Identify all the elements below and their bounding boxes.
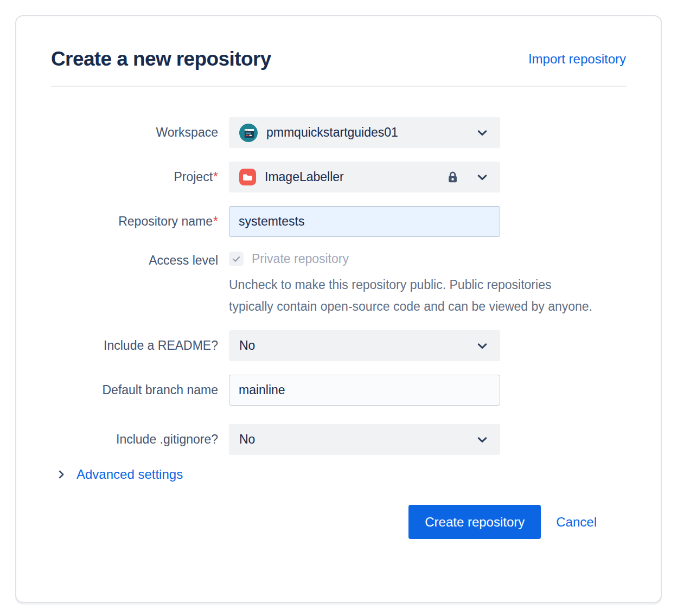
gitignore-select[interactable]: No — [229, 424, 500, 455]
cancel-button[interactable]: Cancel — [550, 515, 603, 530]
required-asterisk: * — [213, 170, 218, 184]
private-repository-option: Private repository — [229, 251, 500, 266]
dialog-header: Create a new repository Import repositor… — [51, 48, 626, 70]
repository-name-label: Repository name* — [51, 213, 218, 230]
advanced-settings-toggle[interactable]: Advanced settings — [55, 467, 183, 482]
advanced-settings-label: Advanced settings — [76, 467, 183, 482]
default-branch-label: Default branch name — [51, 382, 218, 399]
create-repository-dialog: Create a new repository Import repositor… — [15, 15, 662, 603]
field-row-readme: Include a README? No — [51, 330, 626, 361]
readme-select[interactable]: No — [229, 330, 500, 361]
private-repository-checkbox[interactable] — [229, 252, 244, 266]
workspace-label: Workspace — [51, 124, 218, 141]
create-repository-form: Workspace pmmquickstartguides01 — [51, 117, 626, 482]
workspace-avatar-icon — [239, 124, 258, 142]
field-row-project: Project* ImageLabeller — [51, 162, 626, 193]
readme-label: Include a README? — [51, 337, 218, 354]
chevron-down-icon — [475, 432, 490, 447]
gitignore-value: No — [239, 432, 466, 447]
field-row-workspace: Workspace pmmquickstartguides01 — [51, 117, 626, 148]
chevron-down-icon — [475, 338, 490, 354]
chevron-down-icon — [475, 170, 490, 185]
workspace-select[interactable]: pmmquickstartguides01 — [229, 117, 500, 148]
project-label: Project* — [51, 169, 218, 185]
dialog-footer: Create repository Cancel — [51, 505, 626, 539]
project-value: ImageLabeller — [265, 170, 437, 184]
field-row-access-level: Access level Private repository Uncheck … — [51, 251, 626, 317]
chevron-right-icon — [55, 469, 67, 480]
access-level-label: Access level — [51, 251, 218, 269]
required-asterisk: * — [213, 214, 218, 228]
gitignore-label: Include .gitignore? — [51, 431, 218, 448]
create-repository-button[interactable]: Create repository — [408, 505, 541, 539]
repository-name-input[interactable] — [229, 206, 500, 237]
page-title: Create a new repository — [51, 48, 271, 70]
access-level-control: Private repository Uncheck to make this … — [229, 251, 500, 317]
import-repository-link[interactable]: Import repository — [528, 52, 626, 67]
readme-value: No — [239, 338, 466, 353]
project-select[interactable]: ImageLabeller — [229, 162, 500, 193]
header-divider — [51, 86, 626, 87]
checkmark-icon — [231, 254, 241, 264]
folder-icon — [239, 169, 256, 185]
access-level-help-text: Uncheck to make this repository public. … — [229, 274, 598, 317]
lock-icon — [445, 170, 460, 184]
field-row-repository-name: Repository name* — [51, 206, 626, 237]
field-row-gitignore: Include .gitignore? No — [51, 424, 626, 455]
chevron-down-icon — [475, 125, 490, 140]
private-repository-label: Private repository — [252, 252, 349, 266]
field-row-default-branch: Default branch name — [51, 375, 626, 406]
workspace-value: pmmquickstartguides01 — [266, 125, 466, 140]
default-branch-input[interactable] — [229, 375, 500, 406]
